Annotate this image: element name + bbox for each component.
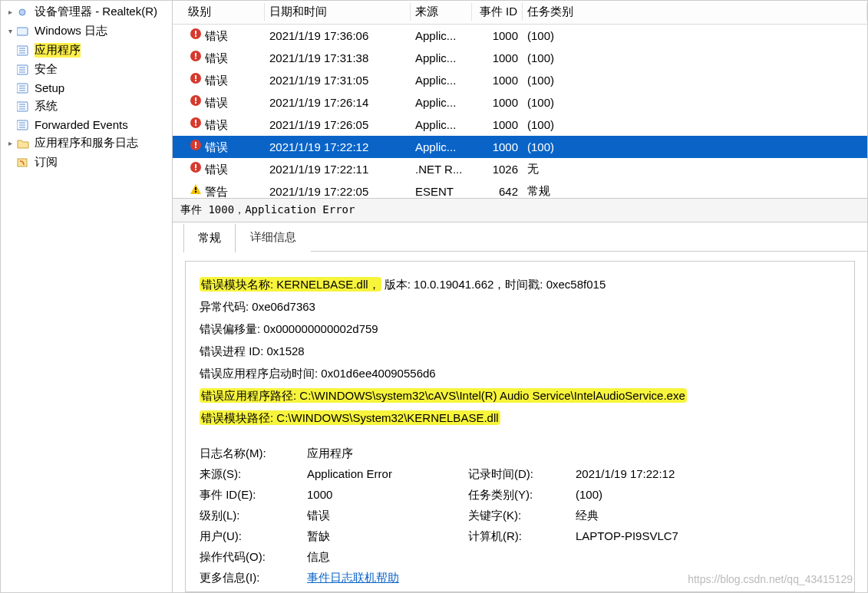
prop-eventid-k: 事件 ID(E): xyxy=(200,488,307,502)
row-eventid: 642 xyxy=(472,183,523,198)
row-source: Applic... xyxy=(411,139,472,155)
row-eventid: 1000 xyxy=(472,117,523,133)
svg-rect-46 xyxy=(195,191,196,193)
event-properties: 日志名称(M): 应用程序 来源(S): Application Error 记… xyxy=(200,446,840,585)
tree-item-5[interactable]: 系统 xyxy=(2,97,172,116)
svg-rect-36 xyxy=(195,120,196,124)
prop-taskcat-v: (100) xyxy=(576,488,840,502)
error-icon xyxy=(188,117,203,129)
prop-source-k: 来源(S): xyxy=(200,467,307,482)
tree-item-0[interactable]: ▸设备管理器 - Realtek(R) xyxy=(2,2,172,21)
svg-rect-34 xyxy=(195,102,196,104)
log-node-icon xyxy=(16,25,30,38)
error-icon xyxy=(188,28,203,40)
svg-rect-27 xyxy=(195,53,196,57)
detail-tabs: 常规 详细信息 xyxy=(173,222,867,252)
row-category: 无 xyxy=(523,160,867,178)
tree-item-4[interactable]: Setup xyxy=(2,79,172,97)
svg-rect-40 xyxy=(195,147,196,148)
row-level: 错误 xyxy=(205,140,228,153)
error-icon xyxy=(188,72,203,84)
log-icon xyxy=(16,100,30,113)
col-header-datetime[interactable]: 日期和时间 xyxy=(265,3,411,21)
prop-moreinfo-k: 更多信息(I): xyxy=(200,571,307,585)
row-source: Applic... xyxy=(411,94,472,110)
caret-icon: ▸ xyxy=(5,8,15,16)
row-source: Applic... xyxy=(411,50,472,66)
event-row[interactable]: 警告2021/1/19 17:22:05ESENT642常规 xyxy=(173,180,867,198)
tree-item-3[interactable]: 安全 xyxy=(2,60,172,79)
row-category: 常规 xyxy=(523,183,867,198)
event-row[interactable]: 错误2021/1/19 17:31:05Applic...1000(100) xyxy=(173,69,867,91)
error-icon xyxy=(188,161,203,173)
row-category: (100) xyxy=(523,139,867,155)
caret-icon: ▾ xyxy=(5,27,15,35)
row-level: 错误 xyxy=(205,29,228,42)
row-category: (100) xyxy=(523,72,867,88)
row-date: 2021/1/19 17:22:12 xyxy=(265,139,411,155)
event-row[interactable]: 错误2021/1/19 17:36:06Applic...1000(100) xyxy=(173,25,867,47)
event-row[interactable]: 错误2021/1/19 17:26:05Applic...1000(100) xyxy=(173,114,867,136)
event-detail-panel: 错误模块名称: KERNELBASE.dll， 版本: 10.0.19041.6… xyxy=(185,261,855,592)
tree-item-2[interactable]: 应用程序 xyxy=(2,41,172,60)
tab-general[interactable]: 常规 xyxy=(183,223,236,252)
prop-level-v: 错误 xyxy=(307,509,468,523)
folder-icon xyxy=(16,137,30,150)
tree-item-label: 应用程序和服务日志 xyxy=(35,136,138,150)
svg-rect-42 xyxy=(195,164,196,168)
row-eventid: 1000 xyxy=(472,94,523,110)
prop-opcode-v: 信息 xyxy=(307,550,468,565)
col-header-source[interactable]: 来源 xyxy=(411,3,472,21)
event-row[interactable]: 错误2021/1/19 17:31:38Applic...1000(100) xyxy=(173,47,867,69)
detail-line: 错误模块名称: KERNELBASE.dll， 版本: 10.0.19041.6… xyxy=(200,274,840,296)
event-row[interactable]: 错误2021/1/19 17:26:14Applic...1000(100) xyxy=(173,91,867,114)
row-level: 错误 xyxy=(205,51,228,64)
col-header-eventid[interactable]: 事件 ID xyxy=(472,3,523,21)
detail-line: 错误进程 ID: 0x1528 xyxy=(200,341,840,363)
row-eventid: 1000 xyxy=(472,50,523,66)
prop-logname-v: 应用程序 xyxy=(307,446,468,461)
subscription-icon xyxy=(16,156,30,169)
svg-rect-37 xyxy=(195,124,196,126)
tree-item-label: 安全 xyxy=(35,62,58,77)
row-category: (100) xyxy=(523,117,867,133)
row-level: 错误 xyxy=(205,163,228,176)
row-source: .NET R... xyxy=(411,161,472,177)
row-date: 2021/1/19 17:31:38 xyxy=(265,50,411,66)
col-header-category[interactable]: 任务类别 xyxy=(523,3,867,21)
tree-item-7[interactable]: ▸应用程序和服务日志 xyxy=(2,133,172,153)
tree-item-label: 设备管理器 - Realtek(R) xyxy=(35,5,157,19)
row-level: 错误 xyxy=(205,118,228,131)
help-link[interactable]: 事件日志联机帮助 xyxy=(307,571,399,584)
tree-item-8[interactable]: 订阅 xyxy=(2,153,172,172)
row-eventid: 1000 xyxy=(472,139,523,155)
row-source: Applic... xyxy=(411,72,472,88)
prop-source-v: Application Error xyxy=(307,467,468,482)
tree-item-6[interactable]: Forwarded Events xyxy=(2,116,172,133)
caret-icon: ▸ xyxy=(5,139,15,147)
detail-line: 错误模块路径: C:\WINDOWS\System32\KERNELBASE.d… xyxy=(200,407,840,430)
row-date: 2021/1/19 17:22:05 xyxy=(265,183,411,198)
prop-computer-v: LAPTOP-PI9SVLC7 xyxy=(576,529,840,544)
prop-logged-v: 2021/1/19 17:22:12 xyxy=(576,467,840,482)
tree-item-1[interactable]: ▾Windows 日志 xyxy=(2,21,172,41)
row-date: 2021/1/19 17:26:05 xyxy=(265,117,411,133)
event-grid-header: 级别 日期和时间 来源 事件 ID 任务类别 xyxy=(173,1,867,25)
tab-details[interactable]: 详细信息 xyxy=(236,223,311,252)
col-header-level[interactable]: 级别 xyxy=(173,3,265,21)
svg-rect-31 xyxy=(195,80,196,81)
prop-computer-k: 计算机(R): xyxy=(468,529,576,544)
row-date: 2021/1/19 17:22:11 xyxy=(265,161,411,177)
detail-line: 错误应用程序路径: C:\WINDOWS\system32\cAVS\Intel… xyxy=(200,385,840,407)
row-source: Applic... xyxy=(411,117,472,133)
prop-keywords-v: 经典 xyxy=(576,509,840,523)
event-row[interactable]: 错误2021/1/19 17:22:11.NET R...1026无 xyxy=(173,158,867,180)
event-row[interactable]: 错误2021/1/19 17:22:12Applic...1000(100) xyxy=(173,136,867,158)
row-eventid: 1026 xyxy=(472,161,523,177)
detail-line: 错误偏移量: 0x000000000002d759 xyxy=(200,318,840,341)
log-icon xyxy=(16,44,30,57)
svg-rect-28 xyxy=(195,58,196,59)
svg-rect-39 xyxy=(195,142,196,146)
error-icon xyxy=(188,50,203,62)
svg-rect-30 xyxy=(195,75,196,79)
